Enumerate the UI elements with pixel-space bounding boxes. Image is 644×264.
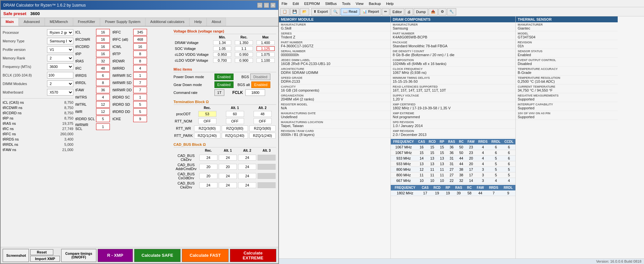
bgs-alt-button[interactable]: Enabled [251,81,270,88]
twrwr-sc-input[interactable] [133,72,147,79]
twrwr-sd-input[interactable] [133,79,147,86]
trdrd-sc-input[interactable] [133,94,147,100]
twtrs-input[interactable] [96,94,110,100]
trrds-input[interactable] [96,72,110,79]
menu-view[interactable]: View [356,2,364,6]
rxmp-button[interactable]: R - XMP [98,249,133,262]
report-button[interactable]: 📊 Report [360,8,381,15]
csodt-alt1[interactable] [219,173,237,179]
procodt-rec[interactable] [198,111,216,117]
tfaw-input[interactable] [96,87,110,93]
csodt-alt3[interactable] [258,173,276,179]
toolbar-btn-12[interactable]: 📤 [429,8,438,15]
toolbar-btn-2[interactable]: 💾 [290,8,299,15]
trdwr-input[interactable] [133,58,147,64]
addrcmd-alt3[interactable] [258,164,276,170]
procodt-alt2[interactable] [254,111,272,117]
twrwr-scl-input[interactable] [96,123,110,130]
rttpark-alt2[interactable] [249,133,276,139]
tab-advanced[interactable]: Advanced [19,18,45,26]
trc-input[interactable] [96,65,110,72]
import-xmp-button[interactable]: Import XMP [30,256,60,262]
rttnom-alt2[interactable] [254,118,272,124]
dimm-select[interactable]: 2 [47,80,73,87]
bgs-button[interactable]: Disabled [250,74,270,80]
ckedrv-alt1[interactable] [219,182,237,188]
dump-button[interactable]: Dump [414,8,428,15]
twr-input[interactable] [96,108,110,115]
trcdwr-input[interactable] [96,36,110,43]
ckedrv-rec[interactable] [199,182,217,188]
rttnom-rec[interactable] [198,118,216,124]
tab-membench[interactable]: MEMbench [45,18,73,26]
tab-additional[interactable]: Additional calculators [145,18,189,26]
csodt-rec[interactable] [199,173,217,179]
read-button[interactable]: 📖 Read [341,8,359,15]
memory-type-select[interactable]: Samsung B-die [47,38,73,44]
trrdl-input[interactable] [96,79,110,86]
trtp-input[interactable] [133,51,147,57]
twtrl-input[interactable] [96,101,110,108]
close-button[interactable]: ✕ [270,3,276,8]
tab-main[interactable]: Main [1,18,19,26]
fclk-input[interactable] [245,89,265,96]
trdrd-scl-input[interactable] [96,116,110,122]
toolbar-btn-1[interactable]: 📋 [280,8,289,15]
ckedrv-alt2[interactable] [238,182,256,188]
trp-input[interactable] [96,51,110,57]
rttwr-alt2[interactable] [249,125,276,131]
reset-button[interactable]: Reset [30,249,53,255]
calculate-extreme-button[interactable]: Calculate EXTREME [230,249,276,262]
rttwr-alt1[interactable] [222,125,248,131]
rttnom-alt1[interactable] [226,118,244,124]
menu-backup[interactable]: Backup [369,2,381,6]
menu-smbus[interactable]: SMBus [325,2,336,6]
trdrd-sd-input[interactable] [133,101,147,108]
toolbar-btn-13[interactable]: ⚙ [438,8,446,15]
menu-help[interactable]: Help [386,2,394,6]
calculate-safe-button[interactable]: Calculate SAFE [134,249,181,262]
twrrd-input[interactable] [133,65,147,72]
rttpark-alt1[interactable] [222,133,248,139]
csodt-alt2[interactable] [238,173,256,179]
editor-button[interactable]: Editor [390,8,404,15]
procodt-alt1[interactable] [226,111,244,117]
ckedrv-alt3[interactable] [258,182,276,188]
motherboard-select[interactable]: X570 [47,89,73,96]
toolbar-btn-8[interactable]: ✏ [382,8,389,15]
tcke-input[interactable] [133,116,147,122]
menu-tools[interactable]: Tools [342,2,351,6]
frequency-select[interactable]: 3600 [47,63,73,70]
clkdrv-alt2[interactable] [238,155,256,161]
trfc-input[interactable] [133,29,147,35]
tab-freezkiller[interactable]: FreezKiller [73,18,100,26]
memory-rank-select[interactable]: 2 [47,55,73,61]
screenshot-button[interactable]: Screenshot [3,249,29,262]
gear-down-button[interactable]: Enabled [214,81,234,88]
tras-input[interactable] [96,58,110,64]
export-button[interactable]: ⬆ Export [311,8,330,15]
clkdrv-alt1[interactable] [219,155,237,161]
profile-version-select[interactable]: V1 [47,46,73,53]
clkdrv-alt3[interactable] [258,155,276,161]
clkdrv-rec[interactable] [199,155,217,161]
compare-button[interactable]: Compare timings (ON/OFF) [61,249,96,262]
processor-select[interactable]: Ryzen 2 gen [47,29,73,36]
bclk-input[interactable]: 100 [47,72,73,78]
restore-button[interactable]: □ [264,3,269,8]
tcwl-input[interactable] [133,43,147,50]
trdrd-dd-input[interactable] [133,108,147,115]
rttpark-rec[interactable] [194,133,220,139]
menu-eeprom[interactable]: EEPROM [304,2,320,6]
tab-help[interactable]: Help [189,18,207,26]
addrcmd-alt2[interactable] [238,164,256,170]
tab-about[interactable]: About [207,18,226,26]
tcl-input[interactable] [96,29,110,35]
tab-power-supply[interactable]: Power Supply System [100,18,145,26]
power-down-button[interactable]: Enabled [214,74,234,80]
toolbar-btn-10[interactable]: 🖨 [405,8,413,15]
twrwr-dd-input[interactable] [133,87,147,93]
calculate-fast-button[interactable]: Calculate FAST [182,249,228,262]
addrcmd-alt1[interactable] [219,164,237,170]
minimize-button[interactable]: ─ [257,3,262,8]
